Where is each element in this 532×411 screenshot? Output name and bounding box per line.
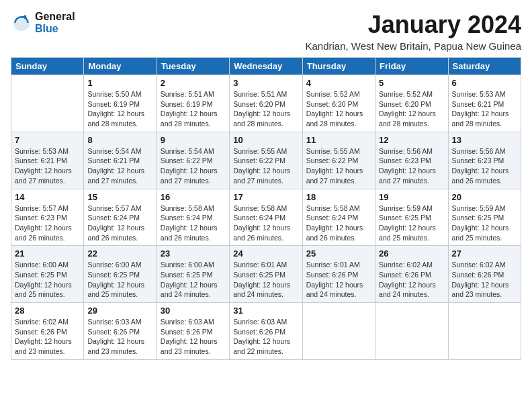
day-info: Sunrise: 6:00 AM Sunset: 6:25 PM Dayligh…	[161, 260, 226, 300]
day-number: 18	[306, 192, 371, 202]
calendar-cell: 23Sunrise: 6:00 AM Sunset: 6:25 PM Dayli…	[157, 246, 229, 303]
calendar-cell: 14Sunrise: 5:57 AM Sunset: 6:23 PM Dayli…	[11, 189, 84, 246]
day-info: Sunrise: 5:58 AM Sunset: 6:24 PM Dayligh…	[306, 203, 371, 243]
day-header-friday: Friday	[375, 58, 448, 75]
day-info: Sunrise: 5:52 AM Sunset: 6:20 PM Dayligh…	[306, 89, 371, 129]
day-info: Sunrise: 5:54 AM Sunset: 6:22 PM Dayligh…	[161, 146, 226, 186]
day-number: 20	[452, 192, 517, 202]
calendar-cell: 10Sunrise: 5:55 AM Sunset: 6:22 PM Dayli…	[230, 132, 302, 189]
day-number: 11	[306, 135, 371, 145]
day-info: Sunrise: 6:00 AM Sunset: 6:25 PM Dayligh…	[87, 260, 152, 300]
calendar-cell: 11Sunrise: 5:55 AM Sunset: 6:22 PM Dayli…	[302, 132, 375, 189]
day-info: Sunrise: 6:02 AM Sunset: 6:26 PM Dayligh…	[379, 260, 444, 300]
day-info: Sunrise: 5:56 AM Sunset: 6:23 PM Dayligh…	[379, 146, 444, 186]
day-number: 21	[15, 248, 80, 259]
calendar-table: SundayMondayTuesdayWednesdayThursdayFrid…	[11, 57, 521, 360]
calendar-cell	[448, 303, 521, 360]
calendar-cell: 26Sunrise: 6:02 AM Sunset: 6:26 PM Dayli…	[375, 246, 448, 303]
day-number: 13	[452, 135, 517, 145]
day-number: 5	[379, 78, 444, 88]
day-info: Sunrise: 5:50 AM Sunset: 6:19 PM Dayligh…	[87, 89, 152, 129]
day-info: Sunrise: 5:56 AM Sunset: 6:23 PM Dayligh…	[452, 146, 517, 186]
day-info: Sunrise: 6:01 AM Sunset: 6:26 PM Dayligh…	[306, 260, 371, 300]
day-number: 10	[233, 135, 298, 145]
calendar-cell: 7Sunrise: 5:53 AM Sunset: 6:21 PM Daylig…	[11, 132, 84, 189]
calendar-week-row: 28Sunrise: 6:02 AM Sunset: 6:26 PM Dayli…	[11, 303, 521, 360]
day-number: 22	[87, 248, 152, 259]
day-number: 19	[379, 192, 444, 202]
calendar-week-row: 1Sunrise: 5:50 AM Sunset: 6:19 PM Daylig…	[11, 75, 521, 132]
calendar-cell: 30Sunrise: 6:03 AM Sunset: 6:26 PM Dayli…	[157, 303, 229, 360]
calendar-cell: 22Sunrise: 6:00 AM Sunset: 6:25 PM Dayli…	[84, 246, 157, 303]
day-info: Sunrise: 5:53 AM Sunset: 6:21 PM Dayligh…	[452, 89, 517, 129]
calendar-cell: 3Sunrise: 5:51 AM Sunset: 6:20 PM Daylig…	[230, 75, 302, 132]
day-number: 29	[87, 306, 152, 316]
calendar-cell: 13Sunrise: 5:56 AM Sunset: 6:23 PM Dayli…	[448, 132, 521, 189]
calendar-cell: 15Sunrise: 5:57 AM Sunset: 6:24 PM Dayli…	[84, 189, 157, 246]
day-info: Sunrise: 5:59 AM Sunset: 6:25 PM Dayligh…	[379, 203, 444, 243]
logo: General Blue	[11, 11, 75, 35]
day-info: Sunrise: 5:57 AM Sunset: 6:24 PM Dayligh…	[87, 203, 152, 243]
day-number: 17	[233, 192, 298, 202]
location-subtitle: Kandrian, West New Britain, Papua New Gu…	[305, 40, 521, 52]
calendar-cell: 9Sunrise: 5:54 AM Sunset: 6:22 PM Daylig…	[157, 132, 229, 189]
calendar-cell	[375, 303, 448, 360]
day-number: 23	[161, 248, 226, 259]
day-number: 31	[233, 306, 298, 316]
day-number: 28	[15, 306, 80, 316]
calendar-cell: 5Sunrise: 5:52 AM Sunset: 6:20 PM Daylig…	[375, 75, 448, 132]
calendar-week-row: 21Sunrise: 6:00 AM Sunset: 6:25 PM Dayli…	[11, 246, 521, 303]
day-number: 2	[161, 78, 226, 88]
calendar-cell: 18Sunrise: 5:58 AM Sunset: 6:24 PM Dayli…	[302, 189, 375, 246]
day-info: Sunrise: 5:55 AM Sunset: 6:22 PM Dayligh…	[233, 146, 298, 186]
calendar-cell: 6Sunrise: 5:53 AM Sunset: 6:21 PM Daylig…	[448, 75, 521, 132]
calendar-cell: 19Sunrise: 5:59 AM Sunset: 6:25 PM Dayli…	[375, 189, 448, 246]
title-section: January 2024 Kandrian, West New Britain,…	[305, 11, 521, 52]
calendar-cell: 27Sunrise: 6:02 AM Sunset: 6:26 PM Dayli…	[448, 246, 521, 303]
day-number: 7	[15, 135, 80, 145]
day-number: 6	[452, 78, 517, 88]
month-title: January 2024	[305, 11, 521, 39]
calendar-cell: 8Sunrise: 5:54 AM Sunset: 6:21 PM Daylig…	[84, 132, 157, 189]
day-info: Sunrise: 5:53 AM Sunset: 6:21 PM Dayligh…	[15, 146, 80, 186]
day-info: Sunrise: 6:03 AM Sunset: 6:26 PM Dayligh…	[161, 317, 226, 357]
calendar-cell: 25Sunrise: 6:01 AM Sunset: 6:26 PM Dayli…	[302, 246, 375, 303]
day-header-saturday: Saturday	[448, 58, 521, 75]
day-number: 4	[306, 78, 371, 88]
day-info: Sunrise: 6:03 AM Sunset: 6:26 PM Dayligh…	[87, 317, 152, 357]
logo-icon	[11, 12, 32, 34]
page-header: General Blue January 2024 Kandrian, West…	[11, 11, 521, 52]
calendar-week-row: 14Sunrise: 5:57 AM Sunset: 6:23 PM Dayli…	[11, 189, 521, 246]
day-info: Sunrise: 6:03 AM Sunset: 6:26 PM Dayligh…	[233, 317, 298, 357]
calendar-cell: 2Sunrise: 5:51 AM Sunset: 6:19 PM Daylig…	[157, 75, 229, 132]
calendar-cell: 31Sunrise: 6:03 AM Sunset: 6:26 PM Dayli…	[230, 303, 302, 360]
day-number: 1	[87, 78, 152, 88]
day-number: 3	[233, 78, 298, 88]
calendar-cell	[302, 303, 375, 360]
calendar-cell: 20Sunrise: 5:59 AM Sunset: 6:25 PM Dayli…	[448, 189, 521, 246]
day-header-monday: Monday	[84, 58, 157, 75]
day-info: Sunrise: 6:01 AM Sunset: 6:25 PM Dayligh…	[233, 260, 298, 300]
calendar-header-row: SundayMondayTuesdayWednesdayThursdayFrid…	[11, 58, 521, 75]
day-number: 26	[379, 248, 444, 259]
day-info: Sunrise: 5:57 AM Sunset: 6:23 PM Dayligh…	[15, 203, 80, 243]
calendar-cell: 29Sunrise: 6:03 AM Sunset: 6:26 PM Dayli…	[84, 303, 157, 360]
day-info: Sunrise: 6:02 AM Sunset: 6:26 PM Dayligh…	[15, 317, 80, 357]
day-number: 16	[161, 192, 226, 202]
calendar-cell	[11, 75, 84, 132]
day-number: 9	[161, 135, 226, 145]
calendar-cell: 24Sunrise: 6:01 AM Sunset: 6:25 PM Dayli…	[230, 246, 302, 303]
calendar-cell: 12Sunrise: 5:56 AM Sunset: 6:23 PM Dayli…	[375, 132, 448, 189]
day-number: 30	[161, 306, 226, 316]
day-info: Sunrise: 5:51 AM Sunset: 6:20 PM Dayligh…	[233, 89, 298, 129]
day-number: 25	[306, 248, 371, 259]
calendar-cell: 16Sunrise: 5:58 AM Sunset: 6:24 PM Dayli…	[157, 189, 229, 246]
calendar-cell: 28Sunrise: 6:02 AM Sunset: 6:26 PM Dayli…	[11, 303, 84, 360]
calendar-cell: 4Sunrise: 5:52 AM Sunset: 6:20 PM Daylig…	[302, 75, 375, 132]
day-number: 14	[15, 192, 80, 202]
day-info: Sunrise: 6:02 AM Sunset: 6:26 PM Dayligh…	[452, 260, 517, 300]
day-number: 27	[452, 248, 517, 259]
day-info: Sunrise: 5:52 AM Sunset: 6:20 PM Dayligh…	[379, 89, 444, 129]
day-header-wednesday: Wednesday	[230, 58, 302, 75]
day-info: Sunrise: 5:58 AM Sunset: 6:24 PM Dayligh…	[161, 203, 226, 243]
